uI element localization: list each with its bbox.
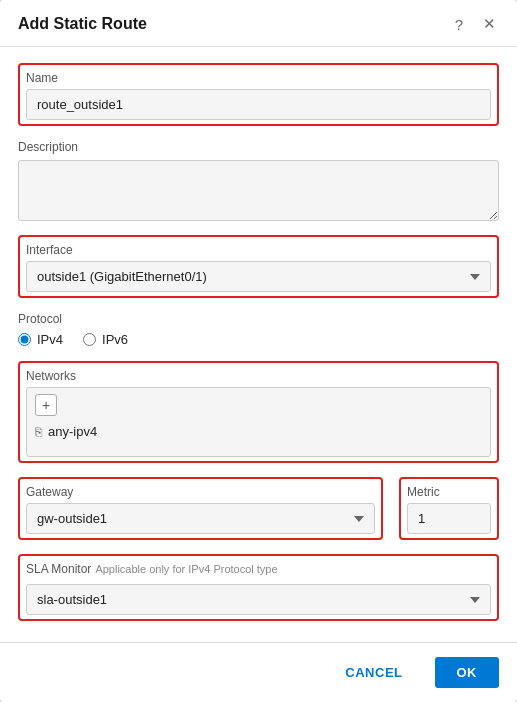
gateway-field-group: Gateway gw-outside1 [18,477,383,540]
gateway-metric-row: Gateway gw-outside1 Metric [18,477,499,540]
metric-input[interactable] [407,503,491,534]
ipv6-radio[interactable] [83,333,96,346]
protocol-label: Protocol [18,312,499,326]
cancel-button[interactable]: CANCEL [323,657,424,688]
name-label: Name [26,71,491,85]
help-icon[interactable]: ? [449,14,469,34]
protocol-field-group: Protocol IPv4 IPv6 [18,312,499,347]
sla-monitor-label: SLA Monitor [26,562,91,576]
sla-label-row: SLA Monitor Applicable only for IPv4 Pro… [26,562,491,580]
ipv4-label: IPv4 [37,332,63,347]
description-input[interactable] [18,160,499,221]
sla-monitor-select[interactable]: sla-outside1 [26,584,491,615]
networks-field-group: Networks + ⎘ any-ipv4 [18,361,499,463]
interface-label: Interface [26,243,491,257]
ipv4-radio[interactable] [18,333,31,346]
header-icons: ? ✕ [449,14,499,34]
metric-label: Metric [407,485,491,499]
dialog-body: Name Description Interface outside1 (Gig… [0,47,517,642]
networks-box: + ⎘ any-ipv4 [26,387,491,457]
dialog-header: Add Static Route ? ✕ [0,0,517,47]
networks-label: Networks [26,369,491,383]
name-input[interactable] [26,89,491,120]
protocol-row: IPv4 IPv6 [18,332,499,347]
description-label: Description [18,140,499,154]
dialog-title: Add Static Route [18,15,147,33]
add-static-route-dialog: Add Static Route ? ✕ Name Description In… [0,0,517,702]
name-field-group: Name [18,63,499,126]
ipv6-label: IPv6 [102,332,128,347]
gateway-label: Gateway [26,485,375,499]
interface-select[interactable]: outside1 (GigabitEthernet0/1) [26,261,491,292]
network-item-label: any-ipv4 [48,424,97,439]
ok-button[interactable]: OK [435,657,500,688]
interface-field-group: Interface outside1 (GigabitEthernet0/1) [18,235,499,298]
gateway-select[interactable]: gw-outside1 [26,503,375,534]
network-item-icon: ⎘ [35,425,42,439]
ipv6-option[interactable]: IPv6 [83,332,128,347]
sla-monitor-field-group: SLA Monitor Applicable only for IPv4 Pro… [18,554,499,621]
network-item: ⎘ any-ipv4 [35,422,482,441]
dialog-footer: CANCEL OK [0,642,517,702]
add-network-button[interactable]: + [35,394,57,416]
ipv4-option[interactable]: IPv4 [18,332,63,347]
sla-monitor-note: Applicable only for IPv4 Protocol type [95,563,277,575]
description-field-group: Description [18,140,499,221]
metric-field-group: Metric [399,477,499,540]
close-icon[interactable]: ✕ [479,14,499,34]
